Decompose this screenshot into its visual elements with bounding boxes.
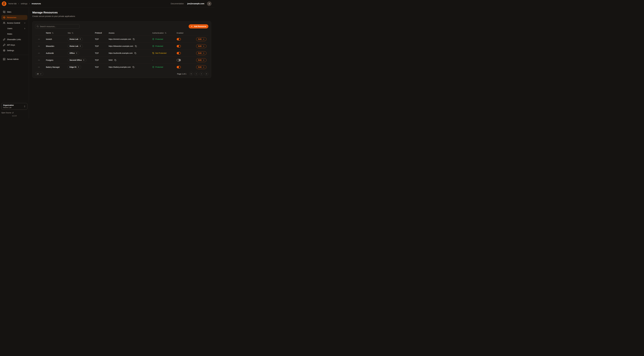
page-title: Manage Resources [32,11,211,14]
copy-button[interactable] [132,66,135,68]
sidebar-item-server-admin[interactable]: Server Admin [1,57,28,62]
sites-icon [3,11,5,13]
sidebar-item-users[interactable]: Users [1,26,28,31]
sidebar-item-resources[interactable]: Resources [1,15,28,20]
resource-name: Immich [43,38,65,40]
resource-name: Authentik [43,52,65,54]
breadcrumb-org[interactable]: home-lab [8,2,16,5]
column-header-site[interactable]: Site [68,32,74,34]
user-avatar[interactable]: J [207,2,212,6]
open-source-link[interactable]: Open Source [1,112,28,114]
arrow-right-icon [202,52,204,54]
chevron-down-icon [24,22,26,24]
pagination: 20 Page 1 of 1 [35,72,208,76]
auth-status: Not Protected [152,52,166,54]
external-link-icon [12,112,14,114]
table-row: Immich Home Lab TCP https://immich.examp… [35,36,208,42]
column-header-name[interactable]: Name [46,32,54,34]
enabled-toggle[interactable] [177,52,181,54]
sidebar-item-access-control[interactable]: Access Control [1,20,28,25]
resource-protocol: TCP [92,38,105,40]
site-link-button[interactable]: Office [68,51,79,55]
app-version: v1.3.0 [1,115,28,117]
search-icon [37,25,39,28]
enabled-toggle[interactable] [177,66,181,68]
column-header-authentication[interactable]: Authentication [152,32,166,34]
copy-icon [135,45,137,47]
auth-status: - [152,59,153,61]
auth-status: Protected [152,66,163,68]
app-logo-icon [2,1,6,6]
breadcrumb-settings[interactable]: settings [21,2,28,5]
row-menu-button[interactable] [37,44,40,48]
chevron-right-icon [200,73,202,75]
row-menu-button[interactable] [37,52,40,55]
edit-button[interactable]: Edit [196,65,206,69]
page-subtitle: Create secure proxies to your private ap… [32,15,211,17]
org-value: Home Lab [3,106,24,108]
search-input[interactable] [35,24,80,28]
site-link-button[interactable]: Second Office [68,58,86,62]
row-menu-button[interactable] [37,58,40,62]
ellipsis-icon [38,38,40,40]
sort-icon [72,32,74,34]
sidebar-item-settings[interactable]: Settings [1,48,28,53]
org-switcher[interactable]: Organization Home Lab [1,103,28,110]
resource-access: https://immich.example.com [108,38,131,40]
server-icon [3,58,5,60]
ellipsis-icon [38,66,40,68]
last-page-button[interactable] [204,72,208,76]
copy-button[interactable] [114,59,116,61]
site-link-button[interactable]: Home Lab [68,44,83,48]
users-icon [3,22,5,24]
sidebar-item-api-keys[interactable]: API Keys [1,42,28,48]
chevron-left-icon [195,73,197,75]
key-icon [3,44,5,46]
row-menu-button[interactable] [37,66,40,69]
first-page-button[interactable] [189,72,193,76]
chevron-right-icon [28,3,30,4]
resources-icon [3,16,5,19]
sort-icon [165,32,166,34]
resource-protocol: TCP [92,66,105,68]
enabled-toggle[interactable] [177,45,181,48]
copy-button[interactable] [134,52,136,54]
topbar: home-lab settings resources Documentatio… [0,0,215,8]
site-link-button[interactable]: Edge 01 [68,65,81,69]
plus-icon [191,25,193,28]
prev-page-button[interactable] [194,72,198,76]
arrow-right-icon [202,66,204,68]
arrow-up-right-icon [83,59,84,61]
edit-button[interactable]: Edit [196,58,206,62]
table-body: Immich Home Lab TCP https://immich.examp… [35,36,208,70]
table-row: Postgres Second Office TCP 5432 - [35,56,208,64]
arrow-right-icon [202,59,204,61]
sidebar-item-shareable-links[interactable]: Shareable Links [1,37,28,42]
copy-button[interactable] [135,45,137,48]
enabled-toggle[interactable] [177,38,181,40]
site-link-button[interactable]: Home Lab [68,37,83,41]
sidebar-item-roles[interactable]: Roles [1,32,28,36]
add-resource-button[interactable]: Add Resource [188,24,208,28]
page-size-select[interactable]: 20 [35,72,43,76]
row-menu-button[interactable] [37,38,40,41]
documentation-link[interactable]: Documentation [171,2,184,5]
sidebar-item-sites[interactable]: Sites [1,10,28,14]
shield-check-icon [152,45,154,47]
column-header-protocol: Protocol [95,32,102,34]
next-page-button[interactable] [200,72,203,76]
copy-button[interactable] [132,38,135,40]
edit-button[interactable]: Edit [196,37,206,41]
enabled-toggle[interactable] [177,59,181,61]
org-label: Organization [3,104,24,106]
chevron-right-icon [24,28,26,30]
ellipsis-icon [38,59,40,61]
copy-icon [134,52,136,54]
user-email[interactable]: joe@example.com [187,2,204,5]
resources-panel: Add Resource Name Site Protocol Access A… [32,21,211,78]
edit-button[interactable]: Edit [196,44,206,48]
link-icon [3,38,5,41]
edit-button[interactable]: Edit [196,51,206,55]
column-header-enabled: Enabled [177,32,184,34]
arrow-right-icon [202,45,204,47]
